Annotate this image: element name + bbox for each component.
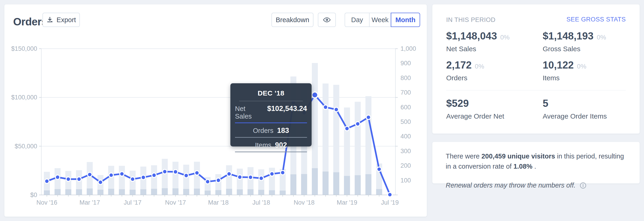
y-axis-label-right: 1,000 xyxy=(400,45,416,52)
bar-orders xyxy=(44,190,50,195)
line-point xyxy=(356,122,360,126)
tab-day[interactable]: Day xyxy=(344,13,369,27)
visitors-panel: There were 200,459 unique visitors in th… xyxy=(432,142,640,184)
line-point xyxy=(324,105,328,109)
line-point xyxy=(173,170,178,174)
line-point xyxy=(248,175,253,180)
visibility-button[interactable] xyxy=(318,13,336,27)
download-icon xyxy=(46,16,53,23)
x-axis-label: Mar '17 xyxy=(80,199,100,206)
bar-orders xyxy=(355,175,361,195)
interval-toggle: Day Week Month xyxy=(344,13,420,27)
line-point xyxy=(334,107,338,112)
bar-orders xyxy=(98,190,104,195)
bar-orders xyxy=(366,174,372,195)
stat-change-badge: 0% xyxy=(577,63,586,70)
y-axis-label-left: $50,000 xyxy=(14,143,37,150)
export-button[interactable]: Export xyxy=(42,13,80,27)
stat-change-badge: 0% xyxy=(500,34,510,41)
bar-orders xyxy=(87,189,93,195)
breakdown-label: Breakdown xyxy=(276,16,309,24)
line-point xyxy=(162,169,167,174)
bar-orders xyxy=(108,189,114,195)
bar-orders xyxy=(280,191,286,195)
stat-orders: 2,1720% Orders xyxy=(446,59,484,82)
x-axis-label: Jul '19 xyxy=(381,199,399,206)
bar-orders xyxy=(130,190,136,195)
unique-visitors-value: 200,459 unique visitors xyxy=(482,153,555,160)
line-point xyxy=(66,177,70,181)
stat-change-badge: 0% xyxy=(597,34,606,41)
line-point xyxy=(270,172,274,176)
y-axis-label-right: 100 xyxy=(400,177,411,184)
stat-net-sales: $1,148,0430% Net Sales xyxy=(446,30,510,53)
y-axis-label-left: $0 xyxy=(30,192,37,198)
bar-orders xyxy=(322,172,328,195)
y-axis-label-right: 900 xyxy=(400,60,411,67)
y-axis-label-right: 800 xyxy=(400,74,411,81)
visitors-summary: There were 200,459 unique visitors in th… xyxy=(446,151,628,171)
y-axis-label-right: 500 xyxy=(400,118,411,125)
line-point xyxy=(238,175,242,179)
line-point xyxy=(120,172,124,176)
y-axis-label-right: 600 xyxy=(400,104,411,111)
conversion-rate-value: 1.08% xyxy=(513,163,532,170)
bar-orders xyxy=(248,189,254,195)
tooltip-row-net-sales: Net Sales $102,543.24 xyxy=(235,101,307,123)
x-axis-label: Nov '17 xyxy=(165,199,186,206)
x-axis-label: Nov '18 xyxy=(294,199,314,206)
tooltip-row-orders: Orders 183 xyxy=(235,123,307,138)
eye-icon xyxy=(323,16,331,24)
bar-orders xyxy=(312,168,318,195)
line-point xyxy=(77,177,81,181)
bar-orders xyxy=(172,188,178,195)
page-title: Orders xyxy=(13,15,47,28)
bar-orders xyxy=(290,174,296,195)
bar-orders xyxy=(54,189,60,195)
line-point xyxy=(152,173,156,177)
line-point-hovered xyxy=(312,92,318,98)
bar-orders xyxy=(258,190,264,195)
bar-orders xyxy=(237,189,243,195)
bar-orders xyxy=(140,189,146,195)
bar-orders xyxy=(183,189,189,195)
period-stats-panel: IN THIS PERIOD SEE GROSS STATS $1,148,04… xyxy=(432,4,640,134)
y-axis-label-right: 300 xyxy=(400,148,411,155)
line-point xyxy=(45,179,49,183)
see-gross-stats-link[interactable]: SEE GROSS STATS xyxy=(566,16,626,23)
y-axis-label-left: $150,000 xyxy=(11,45,37,52)
stat-average-order-items: 5 Average Order Items xyxy=(543,98,607,120)
line-point xyxy=(184,173,188,178)
y-axis-label-right: 200 xyxy=(400,162,411,169)
line-point xyxy=(109,173,113,177)
export-label: Export xyxy=(56,16,76,24)
line-point xyxy=(377,167,381,171)
info-icon[interactable] xyxy=(579,182,587,189)
line-point xyxy=(216,178,221,183)
bar-orders xyxy=(65,189,71,195)
stats-divider xyxy=(446,90,626,90)
line-point xyxy=(345,126,349,131)
tooltip-row-items: Items 902 xyxy=(235,138,307,152)
bar-orders xyxy=(205,191,211,195)
line-point xyxy=(388,192,392,197)
line-point xyxy=(98,180,103,185)
orders-chart[interactable]: $0$50,000$100,000$150,000100200300400500… xyxy=(5,43,420,209)
bar-orders xyxy=(215,190,221,195)
x-axis-label: Mar '18 xyxy=(208,199,228,206)
bar-orders xyxy=(76,189,82,195)
bar-orders xyxy=(151,189,157,195)
bar-orders xyxy=(301,174,307,195)
bar-orders xyxy=(344,176,350,195)
bar-orders xyxy=(376,189,382,195)
line-point xyxy=(259,176,263,180)
stat-gross-sales: $1,148,1930% Gross Sales xyxy=(543,30,606,53)
tab-month[interactable]: Month xyxy=(391,13,420,27)
stats-heading: IN THIS PERIOD xyxy=(446,16,496,23)
breakdown-button[interactable]: Breakdown xyxy=(272,13,314,27)
line-point xyxy=(130,177,135,181)
tab-week[interactable]: Week xyxy=(369,13,391,27)
line-point xyxy=(280,171,285,175)
line-point xyxy=(56,175,60,180)
line-point xyxy=(195,171,199,175)
